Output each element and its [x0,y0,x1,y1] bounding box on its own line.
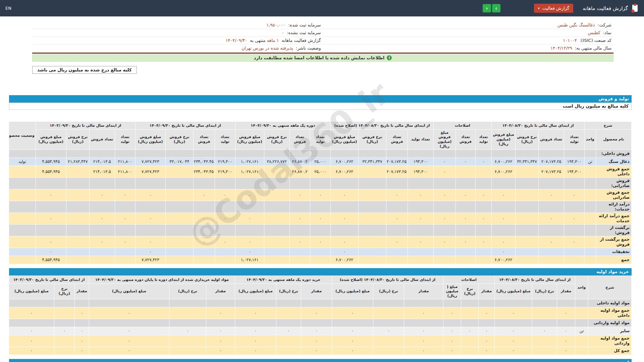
value-cell: ۲۱۴,۰۱۳.۵ [89,158,115,166]
row-label-cell: جمع فروش داخلی [596,166,632,177]
main-content: @Codal360_ir تولید و فروش کلیه مبالغ به … [9,95,632,362]
next-report-button[interactable]: › [492,4,500,12]
value-cell: ۰ [9,347,54,355]
value-cell [89,248,115,256]
column-header: مبلغ (میلیون ریال) [89,284,169,299]
value-cell [165,213,193,224]
unit-cell [585,256,596,264]
column-header: مقدار [557,284,575,299]
value-cell [54,307,74,319]
value-cell: ۰ [215,189,235,201]
value-cell: ۰ [455,213,475,224]
value-cell [165,256,193,264]
language-en-link[interactable]: EN [5,6,11,11]
column-header: مبلغ فروش (میلیون ریال) [36,129,66,149]
value-cell [215,177,235,189]
table-row: جمع مواد اولیه داخلی۰۰۰۰۰۰۰۰۰۰۰۰ [9,307,631,319]
value-cell [66,256,89,264]
table-row: سایرتن۰۰۰۰۰۰۰۰۰۰۰۰۰۰۰۰۰۰ [9,327,631,335]
value-cell: ۰ [491,248,515,256]
value-cell: ۰ [404,335,443,347]
unit-cell [575,319,588,327]
value-cell: ۰ [89,213,115,224]
value-cell: ۴,۵۵۴,۹۴۵ [36,166,66,177]
value-cell: ۰ [235,347,276,355]
company-info-panel: شرکت: ذغالسنگ نگین طبس سرمایه ثبت شده: ۱… [32,21,613,74]
value-cell: ۰ [310,213,330,224]
value-cell [89,256,115,264]
value-cell: ۰ [74,307,89,319]
fiscal-year-label: سال مالی منتهی به: [575,46,611,51]
value-cell [494,299,532,307]
value-cell: ۰ [36,248,66,256]
value-cell: ۶,۷۰۰,۲۶۲ [330,256,358,264]
production-sales-table: شرحاز ابتدای سال مالی تا تاریخ ۱۴۰۴/۰۸/۳… [9,121,632,264]
value-cell: ۶,۷۰۰,۲۶۲ [330,158,358,166]
value-cell [373,319,404,327]
value-cell [564,177,585,189]
value-cell: ۰ [564,236,585,248]
value-cell: ۰ [461,327,478,335]
value-cell: ۰ [74,335,89,347]
value-cell [193,224,215,236]
value-cell: ۰ [557,335,575,347]
unit-cell [585,224,596,236]
symbol-cell: نماد: کطبس [323,29,614,37]
value-cell [475,166,491,177]
row-label-cell: مواد اولیه داخلی [588,299,632,307]
info-row: شرکت: ذغالسنگ نگین طبس سرمایه ثبت شده: ۱… [32,21,613,29]
value-cell [66,149,89,158]
table-row: جمع مواد اولیه وارداتی۰۰۰۰۰۰۰۰۰۰۰۰ [9,335,631,347]
value-cell: ۰ [235,335,276,347]
table-row: جمع درآمد ارائه خدمات۰۰۰۰۰۰۰۰۰۰۰۰۰۰۰۰۰۰ [9,213,631,224]
prev-report-button[interactable]: ‹ [483,4,491,12]
value-cell: ۰ [386,236,408,248]
value-cell [66,177,89,189]
value-cell [330,149,358,158]
divider [32,53,613,54]
value-cell [475,256,491,264]
value-cell [386,177,408,189]
value-cell [89,224,115,236]
group-header: اصلاحات [443,276,494,284]
value-cell [539,149,564,158]
value-cell: ۱۹۴,۳۰۰ [408,158,433,166]
value-cell: ۰ [433,236,455,248]
value-cell: ۷,۷۲۷,۴۲۳ [135,256,165,264]
activity-report-dropdown-button[interactable]: گزارش فعالیت ▾ [534,4,573,13]
table-row: فروش داخلی: [9,149,631,158]
value-cell [404,299,443,307]
value-cell: ۲۰۷,۱۷۳.۲۵ [539,158,564,166]
value-cell [66,166,89,177]
value-cell [408,201,433,213]
row-label-cell: برگشت از فروش: [596,224,632,236]
company-value: ذغالسنگ نگین طبس [557,22,595,27]
info-icon: i [387,55,392,60]
value-cell: ۴,۵۵۴,۹۴۵ [36,158,66,166]
value-cell [564,201,585,213]
value-cell: ۰ [494,307,532,319]
value-cell: ۰ [135,248,165,256]
value-cell [165,149,193,158]
value-cell [310,224,330,236]
unit-cell [585,189,596,201]
value-cell [276,319,301,327]
column-header: مبلغ فروش (میلیون ریال) [433,129,455,149]
value-cell [264,201,289,213]
value-cell: ۰ [404,327,443,335]
value-cell [532,307,557,319]
value-cell [491,177,515,189]
row-label-cell: جمع مواد اولیه داخلی [588,307,632,319]
value-cell [89,149,115,158]
value-cell [193,256,215,264]
value-cell: ۲۱,۲۸۳,۴۴۷ [66,158,89,166]
value-cell [193,177,215,189]
report-app-icon [631,4,639,13]
value-cell [165,177,193,189]
value-cell: ۰ [89,189,115,201]
status-cell [9,201,36,213]
value-cell: ۲۰۷,۱۷۳.۲۵ [386,166,408,177]
value-cell: ۰ [235,307,276,319]
value-cell: ۰ [433,213,455,224]
units-note-row: کلیه مبالغ به میلیون ریال است [9,103,632,110]
